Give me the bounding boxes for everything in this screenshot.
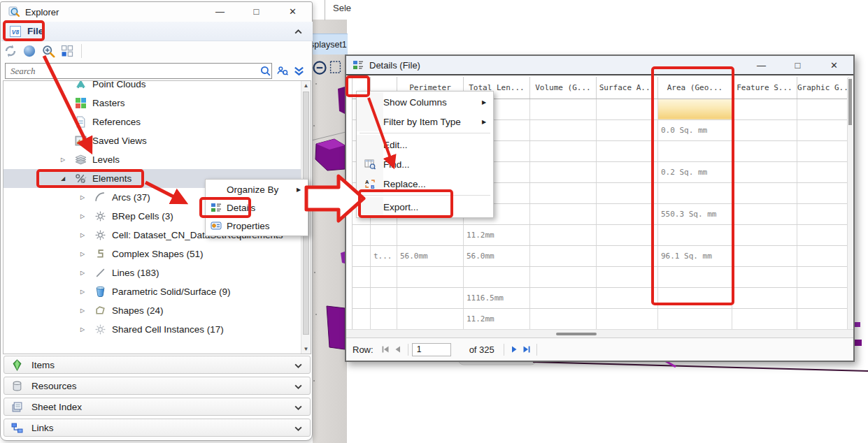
scroll-down-icon[interactable]: ▼ [301, 346, 311, 352]
table-cell[interactable] [530, 224, 597, 245]
table-cell[interactable] [732, 308, 797, 329]
table-row[interactable]: 1116.5mm [353, 287, 849, 308]
table-cell[interactable]: 11.2mm [464, 224, 530, 245]
expander-icon[interactable]: ▷ [80, 213, 94, 219]
table-cell[interactable] [530, 245, 597, 266]
table-cell[interactable] [732, 224, 797, 245]
file-tab[interactable]: V8 File [1, 22, 313, 41]
table-cell[interactable] [597, 266, 658, 287]
table-cell[interactable] [732, 203, 797, 224]
tree-item-complex-shapes-51[interactable]: ▷Complex Shapes (51) [3, 245, 311, 263]
table-cell[interactable]: 0.0 Sq. mm [658, 119, 732, 140]
chevron-up-icon[interactable] [294, 27, 303, 36]
section-resources[interactable]: Resources [3, 377, 311, 395]
expander-icon[interactable]: ▷ [80, 326, 94, 333]
sphere-icon[interactable] [22, 44, 36, 58]
table-cell[interactable] [658, 140, 732, 161]
table-cell[interactable] [371, 224, 397, 245]
menu-item-organize-by[interactable]: Organize By▶ [206, 180, 308, 198]
prev-icon[interactable] [392, 343, 404, 356]
column-header-volume-g[interactable]: Volume (G... [530, 77, 597, 99]
tree-item-point-clouds[interactable]: Point Clouds [3, 80, 311, 94]
expander-icon[interactable]: ▷ [80, 251, 94, 257]
table-cell[interactable] [353, 224, 371, 245]
column-header-area-geo[interactable]: Area (Geo... [658, 77, 732, 99]
table-cell[interactable] [658, 287, 732, 308]
section-items[interactable]: Items [3, 356, 311, 374]
table-cell[interactable] [732, 161, 797, 182]
table-cell[interactable] [464, 266, 530, 287]
table-cell[interactable] [658, 182, 732, 203]
table-cell[interactable] [732, 287, 797, 308]
expander-icon[interactable]: ▷ [61, 157, 75, 163]
expander-icon[interactable]: ▷ [80, 289, 94, 295]
table-cell[interactable] [797, 266, 849, 287]
tree-item-lines-183[interactable]: ▷Lines (183) [3, 263, 311, 282]
table-cell[interactable] [658, 99, 732, 119]
table-cell[interactable] [597, 182, 658, 203]
table-cell[interactable] [597, 245, 658, 266]
tree-item-rasters[interactable]: Rasters [3, 94, 311, 112]
minimize-button[interactable]: — [215, 2, 225, 22]
table-cell[interactable] [353, 245, 371, 266]
table-cell[interactable] [397, 266, 464, 287]
table-cell[interactable] [732, 266, 797, 287]
table-cell[interactable] [732, 245, 797, 266]
row-number-input[interactable]: 1 [412, 343, 451, 356]
table-cell[interactable] [597, 99, 658, 119]
table-cell[interactable]: 1116.5mm [464, 287, 530, 308]
table-cell[interactable] [797, 203, 849, 224]
table-cell[interactable]: 550.3 Sq. mm [658, 203, 732, 224]
table-cell[interactable] [797, 140, 849, 161]
table-cell[interactable] [797, 119, 849, 140]
zoom-plus-icon[interactable] [41, 44, 55, 58]
expander-icon[interactable]: ◢ [61, 175, 75, 182]
table-cell[interactable] [597, 140, 658, 161]
table-cell[interactable]: t... [371, 245, 397, 266]
table-cell[interactable] [732, 140, 797, 161]
grid-icon[interactable] [60, 44, 74, 58]
expander-icon[interactable]: ▷ [80, 307, 94, 314]
view-tab[interactable]: splayset1 [308, 34, 348, 55]
table-cell[interactable] [797, 182, 849, 203]
table-cell[interactable] [530, 308, 597, 329]
maximize-button[interactable]: □ [792, 56, 803, 75]
table-cell[interactable] [797, 99, 849, 119]
chevron-down-icon[interactable] [294, 402, 303, 412]
expander-icon[interactable]: ▷ [80, 232, 94, 238]
table-cell[interactable]: 96.1 Sq. mm [658, 245, 732, 266]
tree-item-shapes-24[interactable]: ▷Shapes (24) [3, 301, 311, 320]
table-cell[interactable] [797, 308, 849, 329]
scrollbar-thumb[interactable] [556, 333, 597, 335]
table-cell[interactable] [797, 245, 849, 266]
double-chevron-down-icon[interactable] [293, 65, 305, 77]
table-cell[interactable] [530, 266, 597, 287]
fit-view-icon[interactable] [329, 60, 341, 74]
close-button[interactable]: ✕ [829, 56, 839, 75]
close-button[interactable]: ✕ [287, 2, 298, 22]
minimize-button[interactable]: — [756, 56, 767, 75]
section-sheet-index[interactable]: Sheet Index [3, 398, 311, 416]
person-search-icon[interactable] [276, 65, 288, 77]
table-cell[interactable]: 0.2 Sq. mm [658, 161, 732, 182]
menu-item-properties[interactable]: Properties [206, 217, 308, 235]
table-cell[interactable] [530, 287, 597, 308]
zoom-out-icon[interactable] [312, 60, 327, 75]
table-cell[interactable] [797, 224, 849, 245]
section-links[interactable]: Links [3, 419, 311, 437]
table-cell[interactable] [597, 161, 658, 182]
table-cell[interactable] [530, 161, 597, 182]
expander-icon[interactable]: ▷ [80, 194, 94, 201]
table-cell[interactable] [371, 266, 397, 287]
column-header-surface-a[interactable]: Surface A... [597, 77, 658, 99]
table-cell[interactable] [397, 224, 464, 245]
menu-item-export[interactable]: Export... [357, 197, 493, 217]
table-cell[interactable] [353, 308, 371, 329]
search-input[interactable] [5, 63, 272, 79]
table-cell[interactable] [658, 266, 732, 287]
scroll-up-icon[interactable]: ▲ [301, 82, 311, 89]
tree-item-shared-cell-instances-17[interactable]: ▷Shared Cell Instances (17) [3, 320, 311, 339]
table-cell[interactable]: 56.0mm [464, 245, 530, 266]
refresh-icon[interactable] [3, 44, 17, 58]
first-icon[interactable] [379, 343, 392, 356]
